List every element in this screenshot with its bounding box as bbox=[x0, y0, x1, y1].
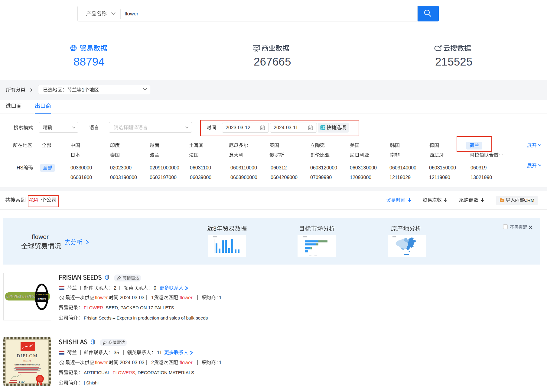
svg-text:267665: 267665 bbox=[254, 56, 291, 68]
svg-text:0603140000: 0603140000 bbox=[389, 165, 416, 170]
svg-text:ARTIFICUAL: ARTIFICUAL bbox=[84, 370, 110, 375]
svg-text:1: 1 bbox=[82, 87, 84, 92]
svg-text:0603120000: 0603120000 bbox=[310, 165, 337, 170]
svg-text:flower: flower bbox=[180, 360, 193, 365]
svg-text:FLOWER BLEND: FLOWER BLEND bbox=[36, 294, 48, 295]
svg-text:88794: 88794 bbox=[73, 56, 105, 68]
svg-text:LHV: LHV bbox=[19, 381, 24, 384]
svg-text:06031100: 06031100 bbox=[190, 165, 211, 170]
svg-text:35: 35 bbox=[114, 350, 119, 355]
svg-text:flower: flower bbox=[125, 11, 138, 17]
svg-text:, DECORATION MATERIALS: , DECORATION MATERIALS bbox=[135, 370, 194, 375]
svg-text:flower: flower bbox=[95, 360, 108, 365]
svg-text:0603130000: 0603130000 bbox=[350, 165, 377, 170]
svg-text:0603110000: 0603110000 bbox=[230, 165, 257, 170]
svg-text:flower: flower bbox=[32, 233, 49, 240]
svg-text:HS: HS bbox=[17, 165, 23, 170]
svg-text:0603190000: 0603190000 bbox=[110, 175, 137, 180]
svg-text:FLOWERS: FLOWERS bbox=[113, 370, 135, 375]
svg-text:2024-03-03: 2024-03-03 bbox=[120, 360, 145, 365]
svg-text:02091000000: 02091000000 bbox=[150, 165, 179, 170]
svg-text:EXPERTS: EXPERTS bbox=[38, 298, 46, 300]
svg-text:12093000: 12093000 bbox=[350, 175, 371, 180]
svg-text:0604209000: 0604209000 bbox=[271, 175, 298, 180]
svg-text:12119090: 12119090 bbox=[429, 175, 450, 180]
svg-text:11: 11 bbox=[157, 350, 162, 355]
svg-text:00330000: 00330000 bbox=[70, 165, 92, 170]
svg-text:07099990: 07099990 bbox=[310, 175, 332, 180]
svg-text:0603900000: 0603900000 bbox=[230, 175, 257, 180]
svg-text:1: 1 bbox=[151, 295, 154, 300]
svg-text:0603197000: 0603197000 bbox=[150, 175, 177, 180]
svg-text:12119029: 12119029 bbox=[389, 175, 411, 180]
svg-text:0603150000: 0603150000 bbox=[429, 165, 456, 170]
svg-text:060319: 060319 bbox=[470, 165, 487, 170]
svg-text:SEED, PACKED ON 17 PALLETS: SEED, PACKED ON 17 PALLETS bbox=[106, 305, 174, 310]
svg-text:3: 3 bbox=[213, 225, 217, 232]
svg-text:1: 1 bbox=[219, 360, 222, 365]
svg-text:060312: 060312 bbox=[271, 165, 287, 170]
svg-text:13021990: 13021990 bbox=[470, 175, 492, 180]
svg-text:06039000: 06039000 bbox=[190, 175, 211, 180]
svg-text:flower: flower bbox=[95, 295, 108, 300]
svg-text:CRM: CRM bbox=[524, 198, 534, 203]
svg-text:SUPPLIER OF ALL SEEDS: SUPPLIER OF ALL SEEDS bbox=[6, 295, 35, 299]
svg-text:FLOWER: FLOWER bbox=[84, 305, 103, 310]
svg-text:DIPLOM: DIPLOM bbox=[17, 353, 38, 358]
svg-text:215525: 215525 bbox=[435, 56, 472, 68]
svg-text:| Shishi: | Shishi bbox=[84, 380, 99, 385]
svg-text:06031900: 06031900 bbox=[70, 175, 92, 180]
svg-text:1: 1 bbox=[219, 295, 222, 300]
svg-text:2: 2 bbox=[151, 360, 154, 365]
svg-text:flower: flower bbox=[180, 295, 193, 300]
svg-text:Shishi AS: Shishi AS bbox=[23, 360, 31, 362]
svg-text:Frisian Seeds – Experts in pro: Frisian Seeds – Experts in production an… bbox=[84, 315, 208, 320]
svg-text:Eesti Gasellettevõte 2018: Eesti Gasellettevõte 2018 bbox=[15, 364, 40, 366]
svg-text:2024-03-03: 2024-03-03 bbox=[120, 295, 145, 300]
svg-text:0: 0 bbox=[154, 285, 156, 291]
svg-text:2: 2 bbox=[114, 285, 116, 291]
svg-text:02023000: 02023000 bbox=[110, 165, 132, 170]
